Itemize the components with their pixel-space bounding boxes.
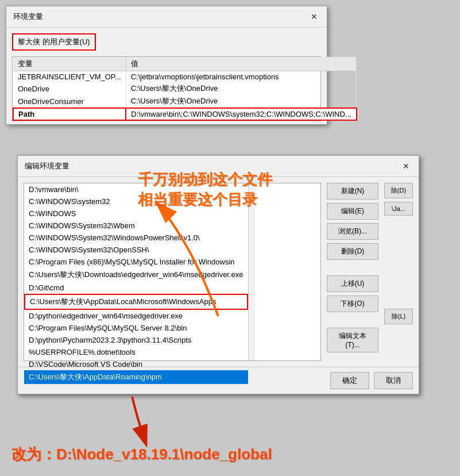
table-row[interactable]: OneDriveC:\Users\黎大侠\OneDrive xyxy=(13,82,357,95)
col-header-val: 值 xyxy=(126,57,357,71)
list-item[interactable]: C:\Users\黎大侠\AppData\Roaming\npm xyxy=(24,370,248,384)
list-item[interactable]: %USERPROFILE%.dotnet\tools xyxy=(24,346,248,358)
move-up-button[interactable]: 上移(U) xyxy=(327,275,378,292)
var-value: C:\jetbra\vmoptions\jetbrainsclient.vmop… xyxy=(126,71,357,83)
arrow-down-indicator xyxy=(86,391,201,448)
edit-button[interactable]: 编辑(E) xyxy=(327,203,378,220)
right-btn-1[interactable]: 除(D) xyxy=(384,183,413,198)
move-down-button[interactable]: 下移(O) xyxy=(327,295,378,312)
list-item[interactable]: C:\Users\黎大侠\Downloads\edgedriver_win64\… xyxy=(24,268,248,282)
list-item[interactable]: C:\WINDOWS\System32\Wbem xyxy=(24,220,248,232)
user-vars-table: 变量 值 JETBRAINSCLIENT_VM_OP...C:\jetbra\v… xyxy=(13,57,357,121)
delete-button[interactable]: 删除(D) xyxy=(327,243,378,260)
list-item[interactable]: C:\Program Files\MySQL\MySQL Server 8.2\… xyxy=(24,322,248,334)
env-dialog-title: 环境变量 xyxy=(13,11,43,22)
cancel-button[interactable]: 取消 xyxy=(374,372,413,389)
var-name: OneDriveConsumer xyxy=(13,95,126,108)
env-dialog-close[interactable]: ✕ xyxy=(308,11,320,22)
var-name: Path xyxy=(13,108,126,120)
edit-dialog-close[interactable]: ✕ xyxy=(400,160,412,172)
env-dialog-titlebar: 环境变量 ✕ xyxy=(6,6,327,28)
ok-button[interactable]: 确定 xyxy=(330,372,369,389)
edit-dialog-title: 编辑环境变量 xyxy=(25,161,69,171)
list-item[interactable]: D:\VSCode\Microsoft VS Code\bin xyxy=(24,358,248,370)
list-item[interactable]: C:\Users\黎大侠\AppData\Local\Microsoft\Win… xyxy=(24,294,248,310)
table-row[interactable]: JETBRAINSCLIENT_VM_OP...C:\jetbra\vmopti… xyxy=(13,71,357,83)
var-value: D:\vmware\bin\;C:\WINDOWS\system32;C:\WI… xyxy=(126,108,357,120)
var-value: C:\Users\黎大侠\OneDrive xyxy=(126,82,357,95)
right-btn-3[interactable]: 除(L) xyxy=(384,309,413,324)
list-item[interactable]: D:\python\edgedriver_win64\msedgedriver.… xyxy=(24,310,248,322)
right-btn-2[interactable]: \Ja... xyxy=(384,202,413,216)
right-stub-buttons: 除(D) \Ja... 除(L) xyxy=(384,183,413,361)
browse-button[interactable]: 浏览(B)... xyxy=(327,223,378,240)
annotation-warning-1: 千万别动到这个文件 xyxy=(138,170,272,190)
scrollbar[interactable] xyxy=(248,183,255,360)
list-item[interactable]: D:\python\Pycharm2023.2.3\python3.11.4\S… xyxy=(24,334,248,346)
list-item[interactable]: D:\Git\cmd xyxy=(24,282,248,294)
table-row[interactable]: OneDriveConsumerC:\Users\黎大侠\OneDrive xyxy=(13,95,357,108)
list-item[interactable]: C:\Program Files (x86)\MySQL\MySQL Insta… xyxy=(24,256,248,268)
var-name: OneDrive xyxy=(13,82,126,95)
new-button[interactable]: 新建(N) xyxy=(327,183,378,199)
list-item[interactable]: C:\WINDOWS\System32\OpenSSH\ xyxy=(24,244,248,256)
user-vars-table-container: 变量 值 JETBRAINSCLIENT_VM_OP...C:\jetbra\v… xyxy=(12,56,321,121)
var-name: JETBRAINSCLIENT_VM_OP... xyxy=(13,71,126,83)
annotation-bottom: 改为：D:\Node_v18.19.1\node_global xyxy=(11,444,272,465)
env-dialog: 环境变量 ✕ 黎大侠 的用户变量(U) 变量 值 JETBRAINSCLIENT… xyxy=(6,6,327,125)
table-row[interactable]: PathD:\vmware\bin\;C:\WINDOWS\system32;C… xyxy=(13,108,357,120)
col-header-var: 变量 xyxy=(13,57,126,71)
list-item[interactable]: C:\WINDOWS\System32\WindowsPowerShell\v1… xyxy=(24,232,248,244)
path-list: D:\vmware\bin\C:\WINDOWS\system32C:\WIND… xyxy=(24,183,248,360)
var-value: C:\Users\黎大侠\OneDrive xyxy=(126,95,357,108)
annotation-warning-2: 相当重要这个目录 xyxy=(138,190,257,210)
user-vars-header: 黎大侠 的用户变量(U) xyxy=(18,37,90,46)
edit-text-button[interactable]: 编辑文本(T)... xyxy=(327,328,378,352)
edit-buttons-panel: 新建(N) 编辑(E) 浏览(B)... 删除(D) 上移(U) 下移(O) 编… xyxy=(327,183,378,361)
